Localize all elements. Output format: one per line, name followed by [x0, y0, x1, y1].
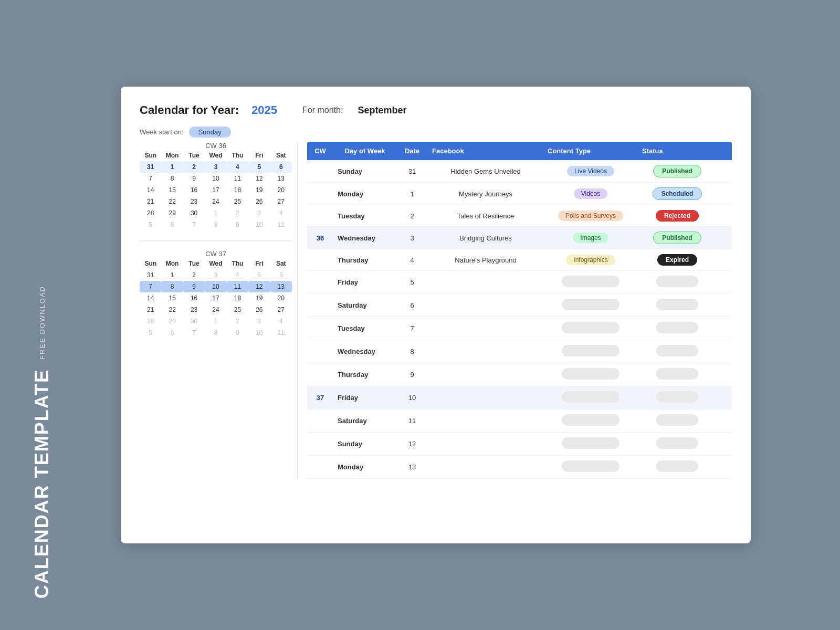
- date-cell: 13: [396, 458, 428, 476]
- calendar-month: September: [358, 105, 406, 116]
- content-type-cell: [543, 410, 638, 432]
- main-card: Calendar for Year: 2025 For month: Septe…: [121, 87, 751, 543]
- calendar-year: 2025: [251, 103, 277, 117]
- day-header: Thu: [227, 152, 248, 159]
- facebook-cell: Mystery Journeys: [428, 185, 543, 203]
- status-cell: Rejected: [638, 205, 717, 226]
- placeholder-bar: [562, 322, 620, 333]
- day-header: Tue: [183, 152, 205, 159]
- day-header: Fri: [248, 260, 270, 267]
- status-badge: Expired: [657, 254, 697, 266]
- cw-cell: 37: [307, 389, 333, 406]
- table-row: Friday5: [307, 271, 732, 294]
- facebook-cell: [428, 324, 543, 333]
- calendar-cell: 3: [205, 269, 226, 281]
- calendar-cell: 8: [205, 327, 226, 339]
- cw-cell: [307, 166, 333, 176]
- status-cell: Published: [638, 227, 717, 249]
- calendar-cell: 17: [205, 184, 226, 196]
- content-type-cell: Polls and Surveys: [543, 206, 638, 226]
- content-type-cell: [543, 294, 638, 317]
- facebook-cell: [428, 416, 543, 426]
- for-month-label: For month:: [302, 106, 343, 115]
- placeholder-bar: [656, 299, 698, 310]
- status-cell: [638, 294, 717, 317]
- placeholder-bar: [656, 276, 698, 287]
- calendar-cell: 27: [270, 196, 292, 207]
- status-cell: Scheduled: [638, 183, 717, 205]
- table-column-header: Day of Week: [333, 142, 396, 160]
- calendar-cell: 11: [270, 219, 292, 230]
- table-row: Tuesday2Tales of ResiliencePolls and Sur…: [307, 205, 732, 227]
- cw-cell: 36: [307, 229, 333, 247]
- calendar-cell: 30: [183, 207, 205, 219]
- sidebar: FREE DOWNLOAD CALENDAR TEMPLATE: [0, 0, 84, 630]
- content-type-cell: [543, 340, 638, 363]
- facebook-cell: Nature's Playground: [428, 251, 543, 269]
- calendar-cell: 19: [248, 292, 270, 304]
- calendar-cell: 6: [161, 219, 183, 230]
- calendar-cell: 13: [270, 173, 292, 184]
- calendar-cell: 14: [140, 184, 161, 196]
- day-cell: Monday: [333, 185, 396, 203]
- cw-cell: [307, 255, 333, 265]
- content-type-badge: Videos: [574, 188, 607, 199]
- facebook-cell: Tales of Resilience: [428, 207, 543, 225]
- status-cell: Expired: [638, 249, 717, 270]
- status-cell: [638, 410, 717, 432]
- calendar-cell: 11: [227, 281, 248, 292]
- cw-cell: [307, 370, 333, 380]
- date-cell: 12: [396, 435, 428, 453]
- placeholder-bar: [656, 368, 698, 380]
- calendar-cell: 26: [248, 196, 270, 207]
- day-header: Fri: [248, 152, 270, 159]
- cw-cell: [307, 189, 333, 198]
- day-cell: Thursday: [333, 366, 396, 383]
- calendar-cell: 6: [270, 269, 292, 281]
- status-cell: [638, 386, 717, 409]
- content-type-cell: Images: [543, 228, 638, 248]
- date-cell: 31: [396, 163, 428, 180]
- placeholder-bar: [562, 460, 620, 472]
- content-grid: CW 36 SunMonTueWedThuFriSat 311234567891…: [140, 142, 732, 479]
- facebook-cell: [428, 370, 543, 380]
- day-header: Mon: [161, 260, 183, 267]
- day-header: Sun: [140, 260, 161, 267]
- calendar-cell: 25: [227, 304, 248, 316]
- status-cell: [638, 340, 717, 363]
- calendar-cell: 22: [161, 304, 183, 316]
- week-start-row: Week start on: Sunday: [140, 127, 732, 138]
- date-cell: 6: [396, 297, 428, 314]
- calendar-cell: 31: [140, 269, 161, 281]
- placeholder-bar: [656, 345, 698, 356]
- calendar-cell: 18: [227, 292, 248, 304]
- calendar-cell: 15: [161, 184, 183, 196]
- calendar-cell: 4: [270, 316, 292, 327]
- calendar-cell: 3: [248, 207, 270, 219]
- cw36-label: CW 36: [140, 142, 292, 150]
- date-cell: 11: [396, 412, 428, 429]
- day-cell: Wednesday: [333, 343, 396, 360]
- day-header: Wed: [205, 260, 226, 267]
- day-cell: Tuesday: [333, 207, 396, 225]
- calendar-cell: 12: [248, 173, 270, 184]
- calendar-cell: 7: [140, 281, 161, 292]
- placeholder-bar: [656, 322, 698, 333]
- cw-cell: [307, 463, 333, 472]
- calendar-cell: 13: [270, 281, 292, 292]
- day-cell: Monday: [333, 458, 396, 476]
- calendar-cell: 14: [140, 292, 161, 304]
- calendar-cell: 23: [183, 304, 205, 316]
- table-column-header: CW: [307, 142, 333, 160]
- status-cell: [638, 271, 717, 293]
- calendar-cell: 1: [205, 207, 226, 219]
- cw-cell: [307, 347, 333, 356]
- week-start-value: Sunday: [189, 127, 231, 138]
- calendar-cell: 17: [205, 292, 226, 304]
- calendar-cell: 2: [227, 207, 248, 219]
- status-badge: Published: [653, 232, 701, 244]
- day-cell: Tuesday: [333, 320, 396, 337]
- placeholder-bar: [562, 437, 620, 449]
- date-cell: 3: [396, 229, 428, 247]
- cw-cell: [307, 439, 333, 449]
